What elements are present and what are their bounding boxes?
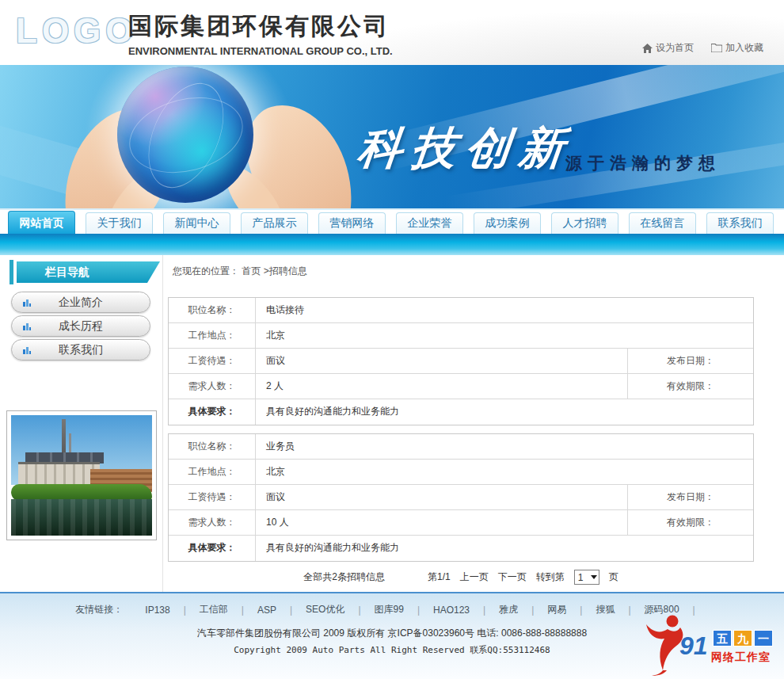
sidebar-item-label: 成长历程: [59, 319, 103, 334]
sidebar-header-stripe: [10, 260, 13, 284]
bullet-icon: [22, 345, 32, 355]
job-row: 工作地点： 北京: [169, 460, 753, 485]
chevron-down-icon: [591, 575, 597, 579]
footer-link-gongxinbu[interactable]: 工信部: [200, 603, 228, 616]
main-panel: 您现在的位置： 首页 >招聘信息 职位名称： 电话接待 工作地点： 北京 工资待…: [162, 255, 784, 592]
set-home-link[interactable]: 设为首页: [642, 41, 694, 55]
job-field-label: 需求人数：: [169, 374, 256, 399]
banner-slogan-main: 科技创新: [355, 119, 577, 179]
job-table: 职位名称： 电话接待 工作地点： 北京 工资待遇： 面议 发布日期： 需求人数：…: [168, 297, 754, 425]
sidebar-title: 栏目导航: [17, 261, 160, 283]
nav-tab-home[interactable]: 网站首页: [8, 211, 75, 234]
add-favorite-label: 加入收藏: [725, 41, 763, 55]
breadcrumb: 您现在的位置： 首页 >招聘信息: [163, 255, 784, 277]
job-row: 具体要求： 具有良好的沟通能力和业务能力: [169, 536, 753, 561]
footer-link-yahoo[interactable]: 雅虎: [499, 603, 518, 616]
sidebar-header: 栏目导航: [10, 261, 160, 283]
job-field-value: 电话接待: [256, 298, 753, 322]
footer-link-163[interactable]: 网易: [547, 603, 566, 616]
job-row: 工资待遇： 面议 发布日期：: [169, 349, 753, 374]
job-field-value: 10 人: [256, 510, 628, 535]
job-field-label: 发布日期：: [628, 485, 753, 509]
link-separator: |: [358, 605, 360, 616]
globe-image: [117, 67, 253, 203]
studio-name: 网络工作室: [711, 650, 771, 665]
footer-link-hao123[interactable]: HAO123: [433, 605, 470, 616]
page-select-value: 1: [578, 572, 584, 583]
link-separator: |: [242, 605, 244, 616]
site-header: LOGO 国际集团环保有限公司 ENVIRONMENTAL INTERNATIO…: [0, 0, 784, 65]
pagination: 全部共2条招聘信息 第1/1 上一页 下一页 转到第 1 页: [168, 570, 754, 585]
breadcrumb-home-link[interactable]: 首页: [242, 265, 261, 277]
job-field-value: 北京: [256, 460, 753, 484]
job-field-label: 需求人数：: [169, 510, 256, 535]
job-field-value: 面议: [256, 485, 628, 509]
job-field-label: 职位名称：: [169, 298, 256, 322]
nav-tab-guestbook[interactable]: 在线留言: [629, 212, 696, 234]
job-row: 职位名称： 业务员: [169, 434, 753, 460]
job-row: 职位名称： 电话接待: [169, 298, 753, 323]
photo-water: [11, 499, 152, 536]
job-field-value: 具有良好的沟通能力和业务能力: [256, 399, 753, 425]
footer-link-ip138[interactable]: IP138: [145, 605, 169, 616]
banner-slogan-sub: 源于浩瀚的梦想: [565, 152, 721, 174]
nav-tab-about[interactable]: 关于我们: [86, 212, 153, 234]
job-row: 工作地点： 北京: [169, 323, 753, 349]
folder-icon: [711, 44, 722, 52]
studio-block: 五: [713, 630, 732, 647]
next-page-link[interactable]: 下一页: [498, 570, 527, 584]
sidebar-item-history[interactable]: 成长历程: [11, 315, 150, 337]
nav-tab-cases[interactable]: 成功案例: [474, 212, 541, 234]
job-field-label: 工资待遇：: [169, 485, 256, 509]
pagination-summary: 全部共2条招聘信息: [303, 570, 385, 584]
job-field-value: 北京: [256, 323, 753, 348]
breadcrumb-current: 招聘信息: [269, 265, 307, 277]
studio-block: 九: [733, 630, 752, 647]
pagination-page-info: 第1/1: [428, 570, 451, 584]
link-separator: |: [184, 605, 186, 616]
footer-link-seo[interactable]: SEO优化: [306, 603, 344, 616]
prev-page-link[interactable]: 上一页: [460, 570, 489, 584]
sidebar-item-label: 联系我们: [59, 343, 103, 357]
job-row: 需求人数： 2 人 有效期限：: [169, 374, 753, 399]
studio-logo[interactable]: 91 五 九 一 网络工作室: [640, 614, 779, 677]
footer-link-tuku99[interactable]: 图库99: [375, 603, 404, 616]
friend-links: 友情链接： IP138| 工信部| ASP| SEO优化| 图库99| HAO1…: [0, 593, 784, 616]
main-nav: 网站首页 关于我们 新闻中心 产品展示 营销网络 企业荣誉 成功案例 人才招聘 …: [0, 210, 784, 234]
job-field-value: 面议: [256, 349, 628, 373]
footer-link-sohu[interactable]: 搜狐: [596, 603, 615, 616]
nav-gradient-bar: [0, 234, 784, 255]
bullet-icon: [22, 322, 32, 331]
job-field-value: 2 人: [256, 374, 628, 399]
link-separator: |: [417, 605, 420, 616]
job-field-label: 具体要求：: [169, 536, 256, 561]
sidebar-item-contact[interactable]: 联系我们: [11, 339, 150, 360]
breadcrumb-prefix: 您现在的位置：: [173, 265, 239, 277]
link-separator: |: [483, 605, 485, 616]
nav-tab-news[interactable]: 新闻中心: [163, 212, 230, 234]
site-logo[interactable]: LOGO: [16, 11, 138, 51]
nav-tab-products[interactable]: 产品展示: [241, 212, 308, 234]
job-field-label: 有效期限：: [628, 510, 753, 535]
breadcrumb-separator: >: [264, 265, 269, 277]
link-separator: |: [580, 605, 582, 616]
nav-tab-honors[interactable]: 企业荣誉: [396, 212, 463, 234]
nav-tab-marketing[interactable]: 营销网络: [318, 212, 386, 234]
nav-tab-contact[interactable]: 联系我们: [706, 212, 774, 234]
banner: 科技创新 源于浩瀚的梦想: [0, 65, 784, 210]
job-field-label: 有效期限：: [628, 374, 753, 399]
bullet-icon: [22, 298, 32, 307]
add-favorite-link[interactable]: 加入收藏: [711, 41, 763, 55]
friend-links-label: 友情链接：: [75, 603, 123, 616]
sidebar-item-company-profile[interactable]: 企业简介: [11, 292, 150, 313]
job-field-label: 工作地点：: [169, 460, 256, 484]
company-name-en: ENVIRONMENTAL INTERNATIONAL GROUP CO., L…: [128, 45, 393, 57]
footer-link-asp[interactable]: ASP: [257, 605, 276, 616]
sidebar-item-label: 企业简介: [59, 296, 103, 310]
studio-blocks: 五 九 一: [713, 630, 773, 647]
studio-number: 91: [679, 631, 708, 661]
job-field-label: 发布日期：: [628, 349, 753, 373]
nav-tab-jobs[interactable]: 人才招聘: [551, 212, 618, 234]
quick-links: 设为首页 加入收藏: [642, 41, 763, 55]
page-select[interactable]: 1: [574, 570, 599, 585]
